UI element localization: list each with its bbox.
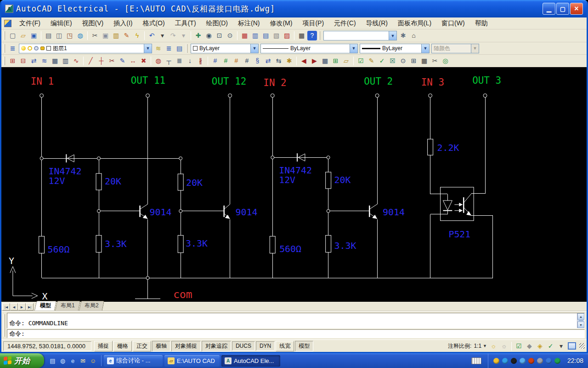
layer-combo[interactable]: 图层1 ▼ [19, 44, 152, 53]
command-window-grip[interactable] [3, 314, 5, 337]
save-file-icon[interactable]: ▣ [29, 31, 39, 40]
chevron-down-icon[interactable]: ▼ [250, 44, 258, 53]
toolbar-grip[interactable] [4, 31, 5, 40]
layer-lock-icon[interactable] [40, 46, 45, 50]
lineweight-combo[interactable]: ByLayer ▼ [360, 44, 430, 53]
cross-references-icon[interactable]: ⊞ [331, 56, 340, 66]
layer-states-manager-icon[interactable]: ▤ [175, 44, 184, 53]
copy-wire-number-icon[interactable]: # [221, 56, 231, 66]
revise-ladder-icon[interactable]: ↓ [185, 56, 195, 66]
error-check-icon[interactable]: ▨ [282, 31, 292, 40]
toolbar-grip[interactable] [319, 31, 320, 40]
outlook-icon[interactable]: ✉ [79, 356, 87, 365]
make-layer-current-icon[interactable]: ≋ [153, 44, 163, 53]
title-bar[interactable]: A AutoCAD Electrical - [E:\AUTO CAD\反相器接… [1, 0, 587, 17]
status-toggle-snap[interactable]: 捕捉 [94, 341, 113, 351]
edit-wire-number-icon[interactable]: # [232, 56, 241, 66]
insert-wire-number-icon[interactable]: # [210, 56, 220, 66]
electrical-audit-icon[interactable]: ☑ [356, 56, 366, 66]
menu-item-draw[interactable]: 绘图(D) [201, 18, 233, 29]
internet-explorer-icon[interactable]: e [68, 356, 77, 365]
menu-item-help[interactable]: 帮助 [470, 18, 493, 29]
zoom-window-icon[interactable]: ⊡ [215, 31, 224, 40]
trim-wire-icon[interactable]: ✂ [107, 56, 117, 66]
match-properties-icon[interactable]: ✎ [122, 31, 131, 40]
pet-tray-icon[interactable] [493, 358, 499, 364]
menu-item-file[interactable]: 文件(F) [14, 18, 45, 29]
media-player-icon[interactable]: ◍ [58, 356, 67, 365]
insert-component-icon[interactable]: ⊞ [8, 56, 17, 66]
umbrella-tray-icon[interactable] [554, 358, 560, 364]
audio-tray-icon[interactable] [537, 358, 543, 364]
new-file-icon[interactable]: ▢ [8, 31, 17, 40]
signal-surfer-icon[interactable]: ∿ [71, 56, 81, 66]
show-desktop-icon[interactable]: ▤ [48, 356, 57, 365]
paste-icon[interactable]: ▥ [111, 31, 121, 40]
qq-tray-icon[interactable] [511, 358, 517, 364]
toolbar-options-icon[interactable]: ✓ [546, 341, 555, 351]
search-combo[interactable]: ▼ [323, 31, 397, 40]
chevron-down-icon[interactable]: ▼ [350, 44, 357, 53]
command-history[interactable]: 命令: COMMANDLINE ▲ ▼ [7, 313, 585, 328]
annotation-visibility-icon[interactable]: ☼ [489, 341, 498, 351]
plot-icon[interactable]: ▤ [44, 31, 53, 40]
layer-previous-icon[interactable]: ≣ [164, 44, 174, 53]
utilities-icon[interactable]: ✂ [430, 56, 440, 66]
lock-ui-icon[interactable]: ◈ [535, 341, 545, 351]
flip-wire-number-icon[interactable]: ⇆ [274, 56, 283, 66]
audit-zoom-icon[interactable]: ⊙ [398, 56, 408, 66]
redo-dropdown-icon[interactable]: ▾ [179, 31, 188, 40]
scroll-thumb[interactable] [578, 320, 583, 321]
command-input-line[interactable]: 命令: [7, 329, 585, 338]
ime-keyboard-icon[interactable] [471, 357, 481, 364]
drawing-list-icon[interactable]: ▦ [320, 56, 330, 66]
edit-wire-icon[interactable]: ✎ [118, 56, 127, 66]
project-table-icon[interactable]: ▦ [419, 56, 429, 66]
mark-verify-icon[interactable]: ⊞ [409, 56, 418, 66]
copy-icon[interactable]: ▣ [101, 31, 110, 40]
stretch-wire-icon[interactable]: ↔ [128, 56, 138, 66]
wire-cutter-icon[interactable]: ∦ [196, 56, 205, 66]
chevron-down-icon[interactable]: ▼ [144, 44, 152, 53]
status-toggle-ortho[interactable]: 正交 [133, 341, 151, 351]
undo-icon[interactable]: ↶ [147, 31, 157, 40]
task-button-folder[interactable]: ▱ E:\AUTO CAD [164, 355, 220, 367]
workspace-check-icon[interactable]: ☑ [514, 341, 524, 351]
toolbar-grip[interactable] [4, 57, 5, 65]
insert-panel-component-icon[interactable]: ⊟ [18, 56, 28, 66]
block-editor-icon[interactable]: ϟ [132, 31, 142, 40]
target-check-icon[interactable]: ◎ [441, 56, 450, 66]
start-button[interactable]: 开始 [0, 353, 44, 368]
cube-3d-icon[interactable]: ◆ [525, 341, 534, 351]
open-file-icon[interactable]: ▱ [18, 31, 28, 40]
menu-item-panel-layout[interactable]: 面板布局(L) [393, 18, 436, 29]
menu-item-project[interactable]: 项目(P) [297, 18, 329, 29]
task-button-discussion[interactable]: e 综合讨论 - ... [104, 355, 163, 367]
status-toggle-grid[interactable]: 栅格 [113, 341, 132, 351]
cut-icon[interactable]: ✂ [90, 31, 100, 40]
status-toggle-lwt[interactable]: 线宽 [276, 341, 294, 351]
drawing-canvas[interactable]: IN 1 OUT 11 OUT 12 IN 2 OUT 2 IN 3 OUT 3… [1, 67, 587, 302]
dwg-folder-icon[interactable]: ▱ [341, 56, 351, 66]
menu-item-insert[interactable]: 插入(I) [108, 18, 137, 29]
tab-layout2[interactable]: 布局2 [79, 301, 104, 310]
toggle-no-nc-icon[interactable]: ≋ [40, 56, 49, 66]
status-toggle-ducs[interactable]: DUCS [232, 341, 255, 351]
quickcalc-icon[interactable]: ▦ [297, 31, 306, 40]
messenger-icon[interactable]: ☺ [89, 356, 97, 365]
menu-item-format[interactable]: 格式(O) [137, 18, 170, 29]
layer-color-swatch[interactable] [46, 46, 51, 51]
next-layout-icon[interactable]: ▶ [18, 303, 26, 310]
restore-button[interactable]: ▢ [556, 3, 569, 15]
menu-item-tools[interactable]: 工具(T) [170, 18, 201, 29]
status-menu-arrow-icon[interactable]: ▾ [556, 341, 566, 351]
annotation-scale-dropdown-icon[interactable]: ▼ [483, 344, 487, 348]
zoom-previous-icon[interactable]: ⊙ [225, 31, 235, 40]
status-toggle-otrack[interactable]: 对象追踪 [202, 341, 231, 351]
schematic-list-icon[interactable]: ▧ [271, 31, 281, 40]
volume-tray-icon[interactable] [528, 358, 534, 364]
wire-color-icon[interactable]: ◍ [153, 56, 163, 66]
menu-item-edit[interactable]: 编辑(E) [45, 18, 77, 29]
find-replace-icon[interactable]: ✱ [284, 56, 294, 66]
layer-thaw-icon[interactable] [28, 46, 32, 51]
